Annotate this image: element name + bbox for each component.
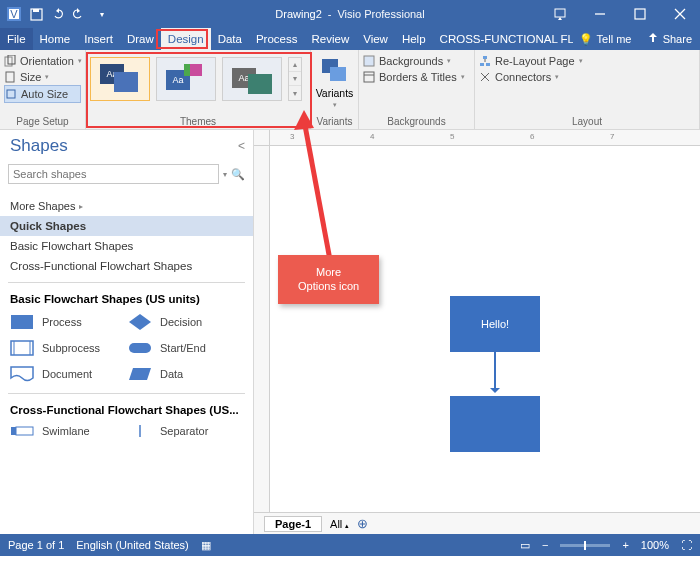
variants-label: Variants [315,115,354,129]
shape-separator[interactable]: Separator [128,420,246,442]
theme-option-1[interactable]: Aa [90,57,150,101]
tab-file[interactable]: File [0,28,33,50]
tab-review[interactable]: Review [304,28,356,50]
group-page-setup: Orientation▾ Size▾ Auto Size Page Setup [0,50,86,129]
svg-rect-17 [364,72,374,82]
ruler-horizontal: 3 4 5 6 7 [270,130,700,146]
status-page: Page 1 of 1 [8,539,64,551]
category-cross-functional[interactable]: Cross-Functional Flowchart Shapes [0,256,253,276]
ruler-corner [254,130,270,146]
shape-data[interactable]: Data [128,361,246,387]
borders-titles-button[interactable]: Borders & Titles▾ [363,69,470,85]
minimize-button[interactable] [580,0,620,28]
svg-rect-23 [11,315,33,329]
backgrounds-icon [363,55,375,67]
tab-help[interactable]: Help [395,28,433,50]
group-themes: Aa Aa Aa ▴ ▾ ▾ [86,50,311,129]
status-language[interactable]: English (United States) [76,539,189,551]
tab-draw[interactable]: Draw [120,28,161,50]
tab-insert[interactable]: Insert [77,28,120,50]
close-button[interactable] [660,0,700,28]
document-name: Drawing2 [275,8,321,20]
tell-me-search[interactable]: 💡 Tell me [573,28,638,50]
tab-home[interactable]: Home [33,28,78,50]
group-backgrounds: Backgrounds▾ Borders & Titles▾ Backgroun… [359,50,475,129]
status-bar: Page 1 of 1 English (United States) ▦ ▭ … [0,534,700,556]
page-setup-label: Page Setup [4,115,81,129]
drawing-canvas[interactable]: Hello! [270,146,700,512]
ribbon-options-icon[interactable] [540,0,580,28]
relayout-button[interactable]: Re-Layout Page▾ [479,53,695,69]
collapse-pane-icon[interactable]: < [238,139,245,153]
borders-icon [363,71,375,83]
canvas-area: 3 4 5 6 7 Hello! Page-1 All ▴ ⊕ [254,130,700,534]
connectors-button[interactable]: Connectors▾ [479,69,695,85]
tab-view[interactable]: View [356,28,395,50]
backgrounds-label: Backgrounds [363,115,470,129]
annotation-callout: More Options icon [278,255,379,304]
all-pages-button[interactable]: All ▴ [330,518,349,530]
tell-me-label: Tell me [597,33,632,45]
orientation-icon [4,55,16,67]
search-icon[interactable]: 🔍 [231,168,245,181]
svg-rect-21 [486,63,490,66]
layout-label: Layout [479,115,695,129]
presentation-mode-icon[interactable]: ▭ [520,539,530,552]
svg-rect-16 [364,56,374,66]
category-basic-flowchart[interactable]: Basic Flowchart Shapes [0,236,253,256]
undo-icon[interactable] [50,6,66,22]
zoom-out-icon[interactable]: − [542,539,548,551]
size-button[interactable]: Size▾ [4,69,81,85]
gallery-up-icon[interactable]: ▴ [289,58,301,72]
svg-rect-12 [6,72,14,82]
qat-dropdown-icon[interactable]: ▾ [94,6,110,22]
svg-rect-20 [480,63,484,66]
add-page-icon[interactable]: ⊕ [357,516,368,531]
auto-size-icon [5,88,17,100]
relayout-icon [479,55,491,67]
tab-design[interactable]: Design [161,28,211,50]
fit-page-icon[interactable]: ⛶ [681,539,692,551]
section-cross-functional: Cross-Functional Flowchart Shapes (US... [0,400,253,420]
tab-crossfunctional[interactable]: CROSS-FUNCTIONAL FLOW [433,28,573,50]
tab-process[interactable]: Process [249,28,305,50]
auto-size-button[interactable]: Auto Size [4,85,81,103]
more-shapes-button[interactable]: More Shapes▸ [0,196,253,216]
gallery-more-icon[interactable]: ▾ [289,86,301,100]
variants-button[interactable]: Variants ▾ [315,53,354,109]
shape-subprocess[interactable]: Subprocess [10,335,128,361]
svg-rect-5 [555,9,565,17]
redo-icon[interactable] [72,6,88,22]
page-tab-1[interactable]: Page-1 [264,516,322,532]
title-bar: V ▾ Drawing2 - Visio Professional [0,0,700,28]
shape-decision[interactable]: Decision [128,309,246,335]
zoom-in-icon[interactable]: + [622,539,628,551]
maximize-button[interactable] [620,0,660,28]
zoom-level[interactable]: 100% [641,539,669,551]
search-dropdown-icon[interactable]: ▾ [223,170,227,179]
variants-icon [320,57,350,85]
page-tabs-bar: Page-1 All ▴ ⊕ [254,512,700,534]
section-basic-flowchart: Basic Flowchart Shapes (US units) [0,289,253,309]
canvas-connector[interactable] [494,352,496,392]
search-shapes-input[interactable] [8,164,219,184]
shape-start-end[interactable]: Start/End [128,335,246,361]
shape-document[interactable]: Document [10,361,128,387]
share-button[interactable]: Share [639,28,700,50]
theme-option-3[interactable]: Aa [222,57,282,101]
backgrounds-button[interactable]: Backgrounds▾ [363,53,470,69]
save-icon[interactable] [28,6,44,22]
canvas-shape-empty[interactable] [450,396,540,452]
canvas-shape-hello[interactable]: Hello! [450,296,540,352]
theme-option-2[interactable]: Aa [156,57,216,101]
svg-rect-19 [483,56,487,59]
shape-swimlane[interactable]: Swimlane [10,420,128,442]
macro-icon[interactable]: ▦ [201,539,211,552]
zoom-slider[interactable] [560,544,610,547]
orientation-button[interactable]: Orientation▾ [4,53,81,69]
tab-data[interactable]: Data [211,28,249,50]
category-quick-shapes[interactable]: Quick Shapes [0,216,253,236]
shape-process[interactable]: Process [10,309,128,335]
gallery-down-icon[interactable]: ▾ [289,72,301,86]
ribbon-tabs: File Home Insert Draw Design Data Proces… [0,28,700,50]
